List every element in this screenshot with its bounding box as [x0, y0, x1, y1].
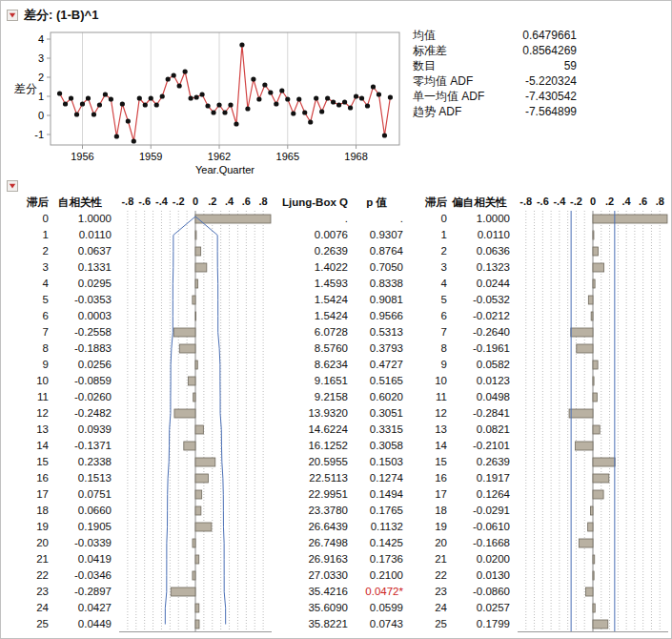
- ljung-box-q-cell: 35.8221: [274, 616, 348, 632]
- svg-text:Year.Quarter: Year.Quarter: [195, 164, 255, 175]
- ljung-box-q-cell: 1.4022: [274, 259, 348, 276]
- table-row: 190.190526.64390.113219-0.0610: [1, 519, 672, 535]
- stat-label: 标准差: [413, 43, 447, 58]
- pacf-value-cell: -0.2640: [449, 324, 510, 340]
- page-title: 差分: (1-B)^1: [24, 7, 98, 24]
- stat-label: 均值: [413, 28, 436, 43]
- lag-cell: 25: [407, 616, 447, 632]
- pacf-value-cell: 0.0582: [449, 357, 510, 373]
- table-row: 22-0.034627.03300.2100220.0130: [1, 567, 672, 584]
- lag-cell: 0: [9, 211, 49, 227]
- correlation-table: 滞后 自相关性 -.8-.6-.4-.20.2.4.6.8 Ljung-Box …: [1, 194, 672, 634]
- pacf-value-cell: -0.0860: [449, 584, 510, 600]
- pacf-value-cell: -0.0291: [449, 503, 510, 519]
- acf-value-cell: -0.1371: [49, 438, 112, 454]
- axis-tick-label: .8: [259, 196, 268, 207]
- lag-cell: 0: [407, 211, 447, 227]
- stat-label: 零均值 ADF: [413, 73, 473, 89]
- acf-value-cell: 0.0449: [49, 616, 112, 632]
- red-triangle-icon: [7, 180, 18, 192]
- lag-cell: 2: [407, 243, 447, 259]
- p-value-cell: 0.4727: [350, 357, 403, 373]
- pacf-value-cell: -0.1668: [449, 535, 510, 551]
- acf-value-cell: 0.1905: [49, 519, 112, 535]
- stat-row: 数目59: [413, 58, 577, 73]
- lag-cell: 11: [9, 389, 49, 405]
- lag-cell: 11: [407, 389, 447, 405]
- p-value-cell: .: [350, 211, 403, 227]
- table-row: 150.233820.59550.1503150.2639: [1, 454, 672, 470]
- svg-text:4: 4: [38, 33, 44, 45]
- lag-cell: 16: [407, 470, 447, 486]
- jmp-report-window: 差分: (1-B)^1 43210-119561959196219651968差…: [0, 0, 672, 639]
- acf-value-cell: 0.1331: [49, 259, 112, 276]
- stat-row: 标准差0.8564269: [413, 43, 577, 58]
- pacf-value-cell: 0.0200: [449, 551, 510, 567]
- stat-value: -7.430542: [525, 89, 577, 104]
- lag-cell: 16: [9, 470, 49, 486]
- pacf-value-cell: 0.0244: [449, 276, 510, 292]
- svg-text:1968: 1968: [344, 151, 367, 162]
- pacf-value-cell: -0.0532: [449, 292, 510, 308]
- svg-text:1959: 1959: [139, 151, 162, 162]
- p-value-cell: 0.3793: [350, 340, 403, 357]
- ljung-box-q-cell: 27.0330: [274, 567, 348, 584]
- ljung-box-q-cell: 26.9163: [274, 551, 348, 567]
- acf-value-cell: 0.0295: [49, 276, 112, 292]
- p-value-cell: 0.3315: [350, 422, 403, 438]
- lag-cell: 14: [9, 438, 49, 454]
- axis-tick-label: .4: [622, 196, 631, 207]
- axis-tick-label: .2: [208, 196, 216, 207]
- table-row: 90.02568.62340.472790.0582: [1, 357, 672, 373]
- lag-cell: 2: [9, 243, 49, 259]
- p-value-cell: 0.3058: [350, 438, 403, 454]
- svg-text:3: 3: [38, 52, 44, 64]
- p-value-cell: 0.3051: [350, 405, 403, 422]
- stat-row: 零均值 ADF-5.220324: [413, 73, 577, 89]
- outline-header-diagnostics: [7, 180, 18, 192]
- pacf-value-cell: -0.1961: [449, 340, 510, 357]
- pacf-value-cell: 0.0130: [449, 567, 510, 584]
- lag-cell: 17: [407, 486, 447, 503]
- acf-value-cell: 0.1513: [49, 470, 112, 486]
- stat-value: 0.6479661: [522, 28, 577, 43]
- table-row: 160.151322.51130.1274160.1917: [1, 470, 672, 486]
- stat-row: 趋势 ADF-7.564899: [413, 104, 577, 119]
- svg-text:2: 2: [38, 72, 44, 83]
- lag-column-header: 滞后: [407, 194, 447, 211]
- acf-value-cell: -0.1883: [49, 340, 112, 357]
- ljung-box-q-cell: 14.6224: [274, 422, 348, 438]
- lag-cell: 23: [407, 584, 447, 600]
- svg-text:1962: 1962: [208, 151, 231, 162]
- pacf-value-cell: 0.1264: [449, 486, 510, 503]
- stat-value: 0.8564269: [522, 43, 577, 58]
- ljung-box-q-cell: 0.0076: [274, 227, 348, 243]
- svg-text:-1: -1: [34, 129, 44, 140]
- ljung-box-q-cell: 35.4216: [274, 584, 348, 600]
- table-row: 130.093914.62240.3315130.0821: [1, 422, 672, 438]
- acf-value-cell: -0.2482: [49, 405, 112, 422]
- svg-text:0: 0: [38, 110, 44, 121]
- pacf-value-cell: 0.0110: [449, 227, 510, 243]
- svg-text:1956: 1956: [71, 151, 93, 162]
- axis-tick-label: .6: [242, 196, 251, 207]
- ljung-box-q-cell: 6.0728: [274, 324, 348, 340]
- pacf-value-cell: -0.2841: [449, 405, 510, 422]
- ljung-box-q-cell: 26.7498: [274, 535, 348, 551]
- stat-value: 59: [564, 58, 577, 73]
- disclosure-triangle-icon[interactable]: [7, 180, 18, 192]
- p-value-cell: 0.5313: [350, 324, 403, 340]
- pacf-value-cell: 0.0257: [449, 600, 510, 616]
- pacf-value-cell: 0.0636: [449, 243, 510, 259]
- lag-cell: 19: [407, 519, 447, 535]
- lag-cell: 5: [9, 292, 49, 308]
- stat-label: 数目: [413, 58, 436, 73]
- axis-tick-label: .2: [605, 196, 614, 207]
- ljung-box-q-cell: 16.1252: [274, 438, 348, 454]
- lag-cell: 4: [407, 276, 447, 292]
- table-row: 180.066023.37800.176518-0.0291: [1, 503, 672, 519]
- lag-cell: 20: [407, 535, 447, 551]
- p-value-cell: 0.0472*: [350, 584, 403, 600]
- ljung-box-q-cell: 13.9320: [274, 405, 348, 422]
- disclosure-triangle-icon[interactable]: [7, 10, 18, 21]
